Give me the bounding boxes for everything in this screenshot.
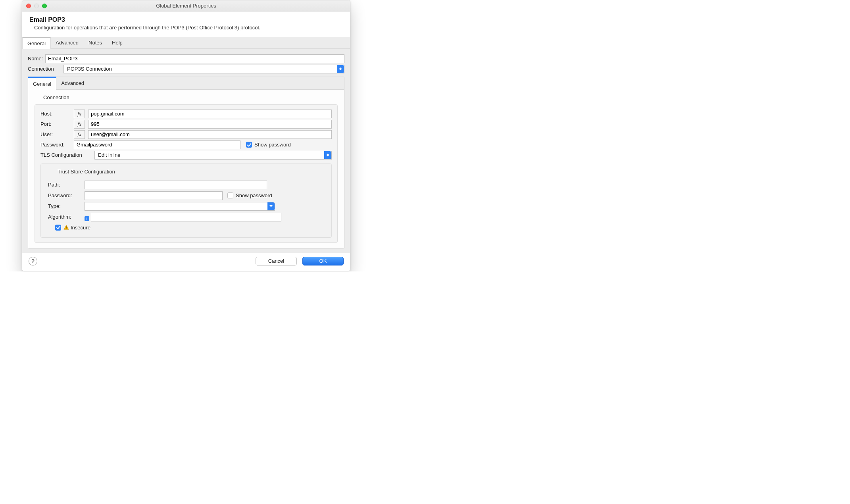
password-input[interactable] xyxy=(74,140,240,149)
connection-group: Host: fx Port: fx User: fx xyxy=(35,104,338,243)
port-input[interactable] xyxy=(88,120,332,129)
connection-section-title: Connection xyxy=(35,94,338,102)
show-password-label: Show password xyxy=(254,142,291,148)
svg-rect-1 xyxy=(66,226,66,228)
host-label: Host: xyxy=(40,111,74,117)
insecure-label: Insecure xyxy=(71,225,90,231)
user-label: User: xyxy=(40,131,74,137)
cancel-button[interactable]: Cancel xyxy=(256,257,297,265)
header: Email POP3 Configuration for operations … xyxy=(22,12,350,37)
warning-icon xyxy=(63,225,69,230)
ts-password-label: Password: xyxy=(48,192,85,198)
connection-subpanel: General Advanced Connection Host: fx Por… xyxy=(28,77,344,249)
subtab-advanced[interactable]: Advanced xyxy=(56,77,89,89)
titlebar: Global Element Properties xyxy=(22,0,350,12)
select-arrows-icon xyxy=(337,65,344,73)
host-fx-button[interactable]: fx xyxy=(74,110,85,118)
sub-tabs: General Advanced xyxy=(28,77,344,90)
name-input[interactable] xyxy=(45,54,344,63)
ts-type-label: Type: xyxy=(48,203,85,209)
window-title: Global Element Properties xyxy=(22,3,350,9)
ts-path-input[interactable] xyxy=(85,181,267,189)
subtab-general[interactable]: General xyxy=(28,77,56,90)
connection-label: Connection xyxy=(28,66,63,72)
main-tabs: General Advanced Notes Help xyxy=(22,37,350,49)
tab-notes[interactable]: Notes xyxy=(84,37,107,48)
trust-store-title: Trust Store Configuration xyxy=(48,169,324,179)
tls-select[interactable]: Edit inline xyxy=(94,151,332,160)
tab-general[interactable]: General xyxy=(22,37,51,49)
body: Name: Connection POP3S Connection Genera… xyxy=(22,49,350,253)
ts-algorithm-label-wrap: Algorithm: xyxy=(48,214,85,220)
tls-label: TLS Configuration xyxy=(40,152,91,158)
user-input[interactable] xyxy=(88,130,332,139)
host-input[interactable] xyxy=(88,110,332,118)
password-label: Password: xyxy=(40,142,74,148)
ts-show-password-label: Show password xyxy=(236,192,272,198)
port-label: Port: xyxy=(40,121,74,127)
ts-algorithm-input[interactable] xyxy=(91,213,281,221)
ts-algorithm-label: Algorithm: xyxy=(48,214,71,220)
ts-password-input[interactable] xyxy=(85,191,223,200)
tab-advanced[interactable]: Advanced xyxy=(51,37,84,48)
select-arrows-icon xyxy=(324,151,331,159)
connection-select[interactable]: POP3S Connection xyxy=(63,65,344,73)
chevron-down-icon xyxy=(267,202,275,210)
show-password-checkbox[interactable] xyxy=(246,142,252,148)
ts-type-select[interactable] xyxy=(85,202,275,211)
help-button[interactable]: ? xyxy=(29,257,37,265)
connection-select-value: POP3S Connection xyxy=(67,66,112,72)
tls-select-value: Edit inline xyxy=(98,152,120,158)
insecure-checkbox[interactable] xyxy=(55,225,61,231)
ts-show-password-checkbox[interactable] xyxy=(227,192,233,198)
trust-store-group: Trust Store Configuration Path: Password… xyxy=(40,164,332,238)
connection-section: Connection Host: fx Port: fx User: xyxy=(28,90,344,248)
tab-help[interactable]: Help xyxy=(107,37,128,48)
ok-button[interactable]: OK xyxy=(302,257,344,265)
page-title: Email POP3 xyxy=(29,16,343,23)
user-fx-button[interactable]: fx xyxy=(74,130,85,139)
info-icon: i xyxy=(85,216,89,221)
dialog-window: Global Element Properties Email POP3 Con… xyxy=(22,0,350,271)
page-description: Configuration for operations that are pe… xyxy=(29,24,307,31)
svg-rect-2 xyxy=(66,229,66,229)
port-fx-button[interactable]: fx xyxy=(74,120,85,129)
ts-path-label: Path: xyxy=(48,182,85,188)
footer: ? Cancel OK xyxy=(22,253,350,271)
